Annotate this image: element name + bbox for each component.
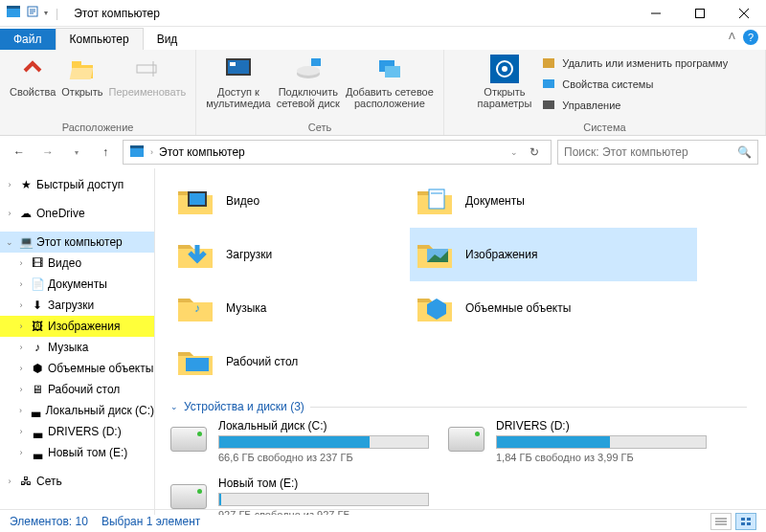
ribbon-system-props[interactable]: Свойства системы [537, 75, 732, 94]
tree-label: DRIVERS (D:) [48, 425, 122, 438]
drive-item[interactable]: DRIVERS (D:)1,84 ГБ свободно из 3,99 ГБ [448, 419, 726, 463]
nav-back-button[interactable]: ← [8, 141, 31, 164]
status-selection: Выбран 1 элемент [101, 515, 200, 528]
nav-up-button[interactable]: ↑ [94, 141, 117, 164]
expand-icon[interactable]: › [15, 385, 27, 394]
expand-icon[interactable]: › [15, 343, 27, 352]
tab-view[interactable]: Вид [144, 29, 192, 50]
ribbon-add-netloc[interactable]: Добавить сетевое расположение [346, 54, 434, 109]
address-history-dropdown[interactable]: ⌄ [510, 147, 518, 157]
tree-icon: 🖼 [29, 318, 46, 335]
ribbon-open[interactable]: Открыть [61, 54, 102, 98]
folder-item[interactable]: Объемные объекты [410, 281, 697, 335]
window-title: Этот компьютер [74, 7, 160, 20]
folder-item[interactable]: Документы [410, 174, 697, 228]
tree-node[interactable]: ›🖥Рабочий стол [0, 379, 154, 400]
nav-recent-dropdown[interactable]: ▾ [65, 141, 88, 164]
expand-icon[interactable]: ⌄ [4, 237, 15, 247]
expand-icon[interactable]: › [15, 321, 27, 331]
folder-item[interactable]: Видео [170, 174, 410, 228]
drive-item[interactable]: Локальный диск (C:)66,6 ГБ свободно из 2… [170, 419, 448, 463]
expand-icon[interactable]: › [4, 477, 15, 486]
svg-rect-14 [230, 62, 236, 66]
minimize-button[interactable] [634, 0, 678, 27]
tree-node[interactable]: ›▃Локальный диск (C:) [0, 400, 154, 421]
search-icon[interactable]: 🔍 [737, 145, 752, 159]
maximize-button[interactable] [678, 0, 722, 27]
ribbon-open-settings[interactable]: Открыть параметры [478, 54, 532, 109]
svg-rect-25 [543, 100, 554, 109]
refresh-button[interactable]: ↻ [524, 145, 545, 159]
expand-icon[interactable]: › [15, 258, 27, 268]
tree-node[interactable]: ›🖼Изображения [0, 316, 154, 337]
ribbon-media-access[interactable]: Доступ к мультимедиа [206, 54, 271, 109]
content-pane[interactable]: ВидеоДокументыЗагрузкиИзображения♪Музыка… [155, 168, 766, 515]
tree-icon: 🖧 [17, 473, 34, 490]
drives-section-header[interactable]: ⌄ Устройства и диски (3) [170, 388, 766, 419]
folder-item[interactable]: ♪Музыка [170, 281, 410, 335]
tree-node[interactable]: ›⬇Загрузки [0, 295, 154, 316]
folder-icon [174, 341, 216, 383]
ribbon-group-network: Доступ к мультимедиа Подключить сетевой … [196, 50, 444, 135]
tree-icon: ▃ [28, 402, 43, 419]
expand-icon[interactable]: › [4, 209, 15, 218]
tree-label: Быстрый доступ [36, 178, 124, 191]
tree-node[interactable]: ›☁OneDrive [0, 203, 154, 224]
drive-name: Новый том (E:) [218, 477, 429, 490]
tree-node[interactable]: ›🖧Сеть [0, 471, 154, 492]
ribbon-tabs: Файл Компьютер Вид ᐱ ? [0, 27, 766, 50]
ribbon-manage[interactable]: Управление [537, 96, 732, 115]
expand-icon[interactable]: › [15, 364, 27, 373]
search-box[interactable]: 🔍 [557, 140, 758, 165]
tree-node[interactable]: ›♪Музыка [0, 337, 154, 358]
ribbon-group-system: Открыть параметры Удалить или изменить п… [444, 50, 766, 135]
svg-rect-24 [543, 79, 554, 88]
tab-computer[interactable]: Компьютер [56, 28, 144, 50]
ribbon-properties[interactable]: Свойства [10, 54, 56, 98]
ribbon-uninstall[interactable]: Удалить или изменить программу [537, 54, 732, 73]
ribbon-collapse-icon[interactable]: ᐱ [729, 31, 735, 41]
address-bar[interactable]: › Этот компьютер ⌄ ↻ [123, 140, 552, 165]
expand-icon[interactable]: › [15, 427, 27, 436]
nav-forward-button[interactable]: → [36, 141, 59, 164]
tree-node[interactable]: ⌄💻Этот компьютер [0, 232, 154, 253]
tree-label: Новый том (E:) [48, 446, 127, 459]
folder-label: Рабочий стол [226, 355, 298, 368]
view-icons-button[interactable] [735, 513, 756, 530]
folder-label: Объемные объекты [465, 301, 571, 315]
expand-icon[interactable]: › [15, 448, 27, 457]
view-details-button[interactable] [710, 513, 732, 530]
navigation-tree[interactable]: ›★Быстрый доступ›☁OneDrive⌄💻Этот компьют… [0, 168, 155, 515]
qat-props-icon[interactable] [25, 4, 40, 22]
folder-item[interactable]: Изображения [410, 228, 697, 281]
ribbon: Свойства Открыть Переименовать Расположе… [0, 50, 766, 136]
tree-node[interactable]: ›▃Новый том (E:) [0, 442, 154, 463]
folder-item[interactable]: Загрузки [170, 228, 410, 281]
breadcrumb[interactable]: Этот компьютер [159, 145, 505, 159]
qat-dropdown-icon[interactable]: ▾ [44, 9, 48, 17]
ribbon-map-drive[interactable]: Подключить сетевой диск [277, 54, 340, 109]
close-button[interactable] [722, 0, 766, 27]
tree-node[interactable]: ›🎞Видео [0, 253, 154, 274]
help-icon[interactable]: ? [743, 30, 758, 45]
tree-node[interactable]: ›▃DRIVERS (D:) [0, 421, 154, 442]
folder-item[interactable]: Рабочий стол [170, 335, 410, 388]
tree-node[interactable]: ›★Быстрый доступ [0, 174, 154, 195]
drive-icon [170, 419, 209, 457]
svg-rect-30 [429, 189, 444, 209]
expand-icon[interactable]: › [15, 406, 26, 415]
svg-rect-23 [543, 58, 554, 68]
expand-icon[interactable]: › [15, 300, 27, 310]
breadcrumb-sep[interactable]: › [150, 147, 153, 157]
tab-file[interactable]: Файл [0, 29, 56, 50]
group-label-network: Сеть [308, 120, 331, 133]
search-input[interactable] [564, 145, 737, 159]
drives-section-label: Устройства и диски (3) [184, 400, 304, 413]
svg-rect-41 [741, 522, 745, 525]
tree-node[interactable]: ›📄Документы [0, 274, 154, 295]
tree-node[interactable]: ›⬢Объемные объекты [0, 358, 154, 379]
expand-icon[interactable]: › [4, 180, 15, 189]
ribbon-rename: Переименовать [109, 54, 187, 98]
ribbon-group-location: Свойства Открыть Переименовать Расположе… [0, 50, 196, 135]
expand-icon[interactable]: › [15, 279, 27, 289]
